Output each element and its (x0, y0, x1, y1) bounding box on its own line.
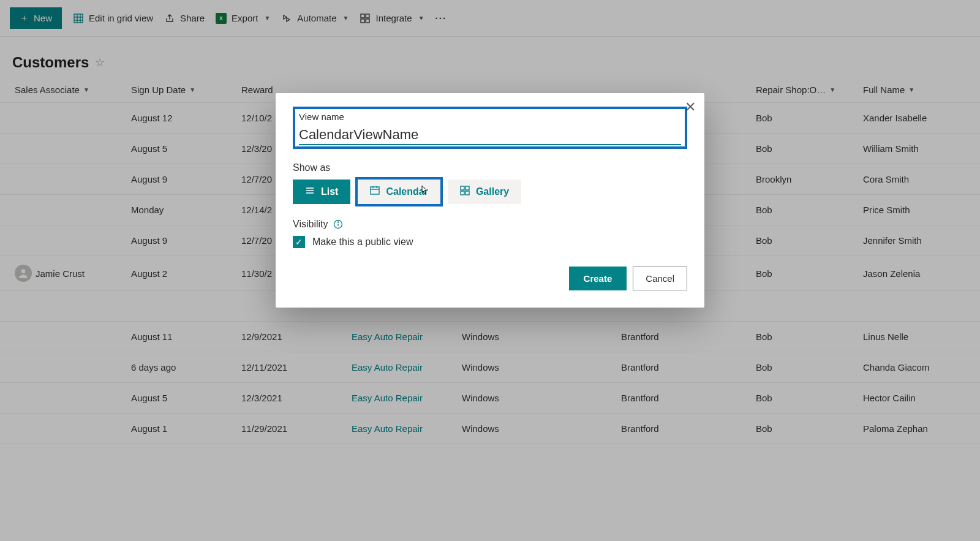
create-view-dialog: ✕ View name Show as List Calendar Galler… (276, 93, 704, 308)
show-as-label: Show as (293, 162, 687, 173)
svg-rect-19 (461, 191, 464, 195)
cursor-pointer-icon (418, 184, 429, 199)
show-as-gallery[interactable]: Gallery (448, 180, 521, 204)
svg-rect-20 (466, 191, 469, 195)
visibility-row: ✓ Make this a public view (293, 236, 687, 248)
show-as-list-label: List (321, 186, 338, 197)
gallery-icon (460, 186, 470, 198)
svg-point-23 (337, 222, 338, 222)
svg-rect-18 (466, 186, 469, 190)
svg-rect-17 (461, 186, 464, 190)
check-icon: ✓ (295, 237, 303, 247)
show-as-options: List Calendar Gallery (293, 180, 687, 204)
svg-rect-13 (371, 187, 379, 194)
modal-actions: Create Cancel (293, 267, 687, 290)
close-icon: ✕ (685, 99, 696, 115)
show-as-calendar[interactable]: Calendar (358, 180, 440, 204)
close-button[interactable]: ✕ (685, 99, 696, 115)
create-button[interactable]: Create (569, 267, 627, 290)
calendar-icon (370, 186, 380, 198)
public-view-label: Make this a public view (312, 236, 413, 248)
show-as-gallery-label: Gallery (476, 186, 509, 197)
show-as-list[interactable]: List (293, 180, 350, 204)
view-name-field-highlight: View name (293, 107, 687, 149)
modal-overlay: ✕ View name Show as List Calendar Galler… (0, 0, 980, 444)
view-name-input[interactable] (299, 124, 681, 145)
visibility-label: Visibility (293, 219, 687, 230)
public-checkbox[interactable]: ✓ (293, 236, 305, 248)
info-icon[interactable] (333, 219, 343, 229)
view-name-label: View name (299, 112, 681, 122)
cancel-button[interactable]: Cancel (633, 267, 687, 290)
list-icon (305, 186, 315, 198)
